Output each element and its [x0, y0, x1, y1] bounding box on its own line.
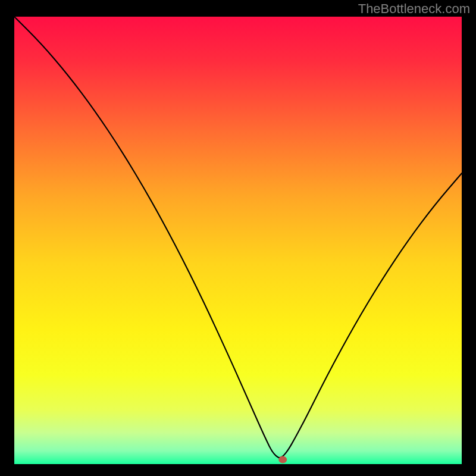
- plot-area: [14, 17, 462, 464]
- watermark-text: TheBottleneck.com: [358, 1, 470, 17]
- bottleneck-chart: [0, 0, 476, 476]
- optimal-marker: [278, 456, 287, 463]
- chart-container: TheBottleneck.com: [0, 0, 476, 476]
